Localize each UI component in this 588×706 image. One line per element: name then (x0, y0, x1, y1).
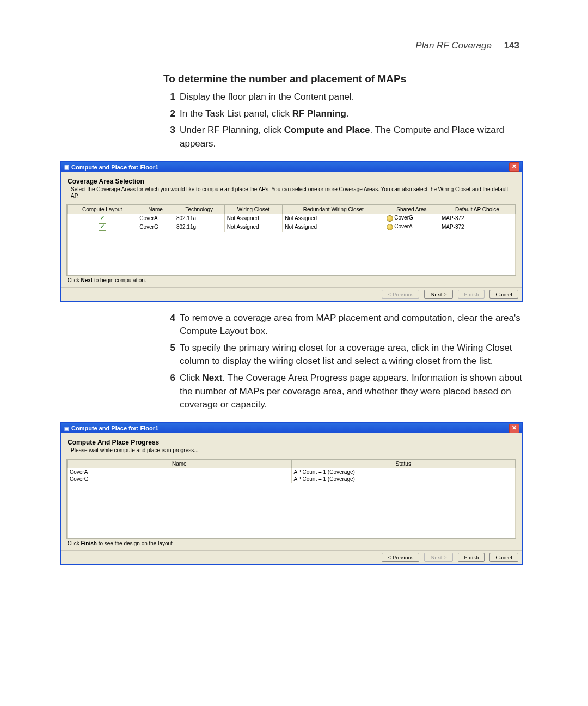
table-row[interactable]: ✓CoverA802.11aNot AssignedNot AssignedCo… (68, 214, 516, 223)
column-header[interactable]: Shared Area (384, 205, 439, 214)
wizard-icon: ▣ (64, 164, 69, 170)
cancel-button[interactable]: Cancel (489, 290, 518, 299)
header-title: Plan RF Coverage (415, 40, 492, 51)
wizard1-buttons: < Previous Next > Finish Cancel (61, 287, 522, 301)
section-heading: To determine the number and placement of… (163, 73, 523, 85)
wizard2-heading: Compute And Place Progress (68, 439, 516, 446)
wizard2-titlebar: ▣ Compute and Place for: Floor1 ✕ (61, 423, 522, 433)
cell-name: CoverA (137, 214, 174, 223)
step-text: To specify the primary wiring closet for… (180, 342, 523, 368)
wizard1-hint: Click Next to begin computation. (68, 277, 516, 283)
column-header[interactable]: Status (291, 459, 516, 468)
close-icon[interactable]: ✕ (509, 162, 519, 172)
table-row: CoverAAP Count = 1 (Coverage) (68, 468, 516, 476)
next-button[interactable]: Next > (424, 553, 452, 562)
body-text-top: To determine the number and placement of… (163, 73, 523, 151)
wizard1-desc: Select the Coverage Areas for which you … (71, 186, 516, 200)
cell-name: CoverA (68, 468, 292, 476)
column-header[interactable]: Wiring Closet (224, 205, 283, 214)
wizard1-title: Compute and Place for: Floor1 (71, 164, 158, 171)
step-text: Under RF Planning, click Compute and Pla… (180, 124, 523, 150)
step-number: 1 (163, 90, 175, 104)
wizard2-buttons: < Previous Next > Finish Cancel (61, 550, 522, 564)
next-button[interactable]: Next > (424, 290, 452, 299)
previous-button[interactable]: < Previous (382, 553, 419, 562)
body-text-mid: 4To remove a coverage area from MAP plac… (163, 312, 523, 412)
step-item: 3Under RF Planning, click Compute and Pl… (163, 124, 523, 150)
step-text: In the Task List panel, click RF Plannin… (180, 107, 349, 121)
wizard-progress: ▣ Compute and Place for: Floor1 ✕ Comput… (60, 422, 523, 565)
column-header[interactable]: Redundant Wiring Closet (283, 205, 384, 214)
step-text: Display the floor plan in the Content pa… (180, 90, 354, 104)
page-number: 143 (504, 40, 519, 51)
step-text: To remove a coverage area from MAP place… (180, 312, 523, 338)
wizard1-titlebar: ▣ Compute and Place for: Floor1 ✕ (61, 162, 522, 172)
close-icon[interactable]: ✕ (509, 424, 519, 433)
cell-wiring-closet[interactable]: Not Assigned (224, 223, 283, 232)
wizard-icon: ▣ (64, 425, 69, 431)
cell-redundant-wc[interactable]: Not Assigned (283, 214, 384, 223)
column-header[interactable]: Default AP Choice (439, 205, 515, 214)
shared-area-icon (387, 224, 393, 230)
wizard-coverage-selection: ▣ Compute and Place for: Floor1 ✕ Covera… (60, 161, 523, 302)
checkbox-icon[interactable]: ✓ (99, 215, 106, 222)
wizard2-title: Compute and Place for: Floor1 (71, 425, 158, 431)
wizard2-desc: Please wait while compute and place is i… (71, 447, 516, 454)
cell-status: AP Count = 1 (Coverage) (291, 468, 516, 476)
step-number: 3 (163, 124, 175, 150)
cancel-button[interactable]: Cancel (489, 553, 518, 562)
step-item: 1Display the floor plan in the Content p… (163, 90, 523, 104)
cell-status: AP Count = 1 (Coverage) (291, 476, 516, 483)
shared-area-icon (387, 215, 393, 222)
table-row: CoverGAP Count = 1 (Coverage) (68, 476, 516, 483)
table-row[interactable]: ✓CoverG802.11gNot AssignedNot AssignedCo… (68, 223, 516, 232)
checkbox-icon[interactable]: ✓ (99, 223, 106, 231)
finish-button[interactable]: Finish (458, 290, 485, 299)
step-item: 2In the Task List panel, click RF Planni… (163, 107, 523, 121)
wizard2-hint: Click Finish to see the design on the la… (68, 540, 516, 546)
step-item: 5To specify the primary wiring closet fo… (163, 342, 523, 368)
column-header[interactable]: Compute Layout (68, 205, 137, 214)
step-item: 6Click Next. The Coverage Area Progress … (163, 372, 523, 412)
cell-name: CoverG (137, 223, 174, 232)
column-header[interactable]: Name (68, 459, 292, 468)
step-item: 4To remove a coverage area from MAP plac… (163, 312, 523, 338)
cell-name: CoverG (68, 476, 292, 483)
running-header: Plan RF Coverage 143 (60, 40, 519, 51)
cell-ap[interactable]: MAP-372 (439, 223, 515, 232)
cell-ap[interactable]: MAP-372 (439, 214, 515, 223)
document-page: Plan RF Coverage 143 To determine the nu… (0, 0, 588, 706)
wizard1-heading: Coverage Area Selection (68, 178, 516, 185)
cell-tech: 802.11a (174, 214, 224, 223)
cell-tech: 802.11g (174, 223, 224, 232)
step-number: 5 (163, 342, 175, 368)
cell-redundant-wc[interactable]: Not Assigned (283, 223, 384, 232)
cell-shared: CoverG (384, 214, 439, 223)
step-number: 4 (163, 312, 175, 338)
column-header[interactable]: Technology (174, 205, 224, 214)
previous-button[interactable]: < Previous (382, 290, 419, 299)
step-number: 6 (163, 372, 175, 412)
step-number: 2 (163, 107, 175, 121)
step-text: Click Next. The Coverage Area Progress p… (180, 372, 523, 412)
cell-shared: CoverA (384, 223, 439, 232)
finish-button[interactable]: Finish (458, 553, 485, 562)
cell-wiring-closet[interactable]: Not Assigned (224, 214, 283, 223)
progress-table: NameStatus CoverAAP Count = 1 (Coverage)… (67, 459, 516, 538)
column-header[interactable]: Name (137, 205, 174, 214)
coverage-table: Compute LayoutNameTechnologyWiring Close… (67, 205, 516, 275)
